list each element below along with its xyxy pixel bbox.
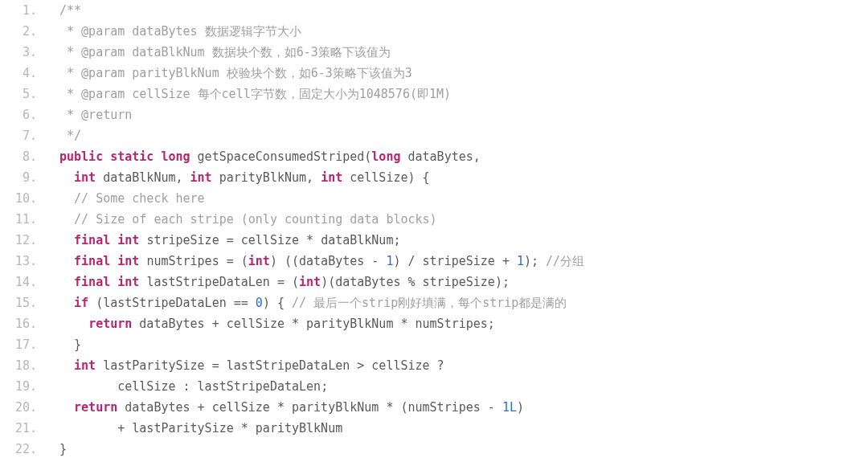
token-id: cellSize xyxy=(227,317,285,331)
token-pun xyxy=(96,170,103,185)
token-id: dataBytes xyxy=(335,275,400,289)
token-id: parityBlkNum xyxy=(219,170,306,185)
line-number: 11. xyxy=(0,209,42,230)
code-content: * @return xyxy=(42,104,132,125)
token-c: */ xyxy=(59,129,81,143)
code-line: 14. final int lastStripeDataLen = (int)(… xyxy=(0,272,868,292)
token-id: cellSize xyxy=(350,170,407,185)
code-content: return dataBytes + cellSize * parityBlkN… xyxy=(42,397,524,418)
code-line: 7. */ xyxy=(0,125,868,146)
token-pun: } xyxy=(59,442,67,456)
token-pun: ? xyxy=(430,358,444,373)
code-line: 6. * @return xyxy=(0,104,868,125)
token-id: dataBlkNum xyxy=(103,170,175,185)
token-c: //分组 xyxy=(546,254,584,268)
token-pun: * xyxy=(393,317,415,331)
line-number: 5. xyxy=(0,84,42,104)
token-pun: ) / xyxy=(393,254,422,268)
token-c: * @param dataBytes 数据逻辑字节大小 xyxy=(59,24,301,39)
code-content: // Size of each stripe (only counting da… xyxy=(42,209,437,230)
code-content: * @param cellSize 每个cell字节数，固定大小为1048576… xyxy=(42,84,451,104)
token-pun: == xyxy=(227,296,256,310)
token-pun: * ( xyxy=(379,400,407,415)
code-line: 22.} xyxy=(0,439,868,460)
token-id: stripeSize xyxy=(423,275,495,289)
token-num: 0 xyxy=(256,296,263,310)
code-line: 16. return dataBytes + cellSize * parity… xyxy=(0,313,868,334)
token-id: cellSize xyxy=(241,233,299,247)
token-pun: } xyxy=(74,337,81,352)
token-id: lastParitySize xyxy=(103,358,204,373)
line-number: 7. xyxy=(0,125,42,146)
token-kw: final xyxy=(74,233,110,247)
line-number: 17. xyxy=(0,334,42,355)
token-pun xyxy=(110,275,117,289)
token-pun xyxy=(190,149,198,164)
token-fn: getSpaceConsumedStriped xyxy=(198,149,365,164)
token-id: cellSize xyxy=(371,358,429,373)
token-pun: ; xyxy=(321,379,328,394)
code-content: return dataBytes + cellSize * parityBlkN… xyxy=(42,313,495,334)
token-pun: * xyxy=(234,421,256,435)
token-c: /** xyxy=(59,3,81,18)
code-line: 5. * @param cellSize 每个cell字节数，固定大小为1048… xyxy=(0,84,868,104)
code-line: 12. final int stripeSize = cellSize * da… xyxy=(0,230,868,251)
token-ty: int xyxy=(321,170,342,185)
token-pun xyxy=(117,400,125,415)
code-content: } xyxy=(42,334,81,355)
token-id: stripeSize xyxy=(146,233,219,247)
line-number: 20. xyxy=(0,397,42,418)
token-id: lastStripeDataLen xyxy=(198,379,321,394)
code-line: 21. + lastParitySize * parityBlkNum xyxy=(0,418,868,439)
code-line: 2. * @param dataBytes 数据逻辑字节大小 xyxy=(0,21,868,42)
token-c: * @param parityBlkNum 校验块个数，如6-3策略下该值为3 xyxy=(59,66,412,80)
line-number: 9. xyxy=(0,167,42,188)
token-pun: = xyxy=(219,233,241,247)
code-line: 11. // Size of each stripe (only countin… xyxy=(0,209,868,230)
token-id: lastStripeDataLen xyxy=(103,296,227,310)
token-kw: if xyxy=(74,296,88,310)
token-kw: final xyxy=(74,254,110,268)
code-content: final int numStripes = (int) ((dataBytes… xyxy=(42,251,584,272)
token-kw: return xyxy=(74,400,117,415)
code-line: 19. cellSize : lastStripeDataLen; xyxy=(0,376,868,397)
token-c: * @return xyxy=(59,108,132,122)
token-ty: int xyxy=(74,358,96,373)
token-pun xyxy=(96,358,103,373)
token-pun: + xyxy=(190,400,212,415)
token-ty: int xyxy=(299,275,321,289)
token-kw: static xyxy=(110,149,154,164)
code-content: int dataBlkNum, int parityBlkNum, int ce… xyxy=(42,167,430,188)
line-number: 8. xyxy=(0,146,42,167)
token-pun: + xyxy=(495,254,517,268)
token-id: dataBytes xyxy=(139,317,204,331)
line-number: 1. xyxy=(0,0,42,21)
token-pun xyxy=(132,317,139,331)
code-content: // Some check here xyxy=(42,188,205,209)
token-kw: final xyxy=(74,275,110,289)
code-content: } xyxy=(42,439,67,460)
token-pun: ( xyxy=(364,149,371,164)
token-pun xyxy=(103,149,110,164)
token-pun: = xyxy=(205,358,227,373)
token-pun: )( xyxy=(321,275,335,289)
token-pun: % xyxy=(400,275,422,289)
code-content: * @param dataBlkNum 数据块个数，如6-3策略下该值为 xyxy=(42,42,391,63)
token-id: cellSize xyxy=(212,400,270,415)
code-line: 4. * @param parityBlkNum 校验块个数，如6-3策略下该值… xyxy=(0,63,868,84)
line-number: 21. xyxy=(0,418,42,439)
token-pun: , xyxy=(176,170,190,185)
token-pun xyxy=(212,170,219,185)
token-c: * @param dataBlkNum 数据块个数，如6-3策略下该值为 xyxy=(59,45,391,59)
token-ty: int xyxy=(117,233,139,247)
token-pun: , xyxy=(306,170,321,185)
code-content: cellSize : lastStripeDataLen; xyxy=(42,376,328,397)
token-id: dataBytes xyxy=(125,400,190,415)
token-id: lastParitySize xyxy=(132,421,233,435)
token-id: numStripes xyxy=(146,254,219,268)
token-pun: ; xyxy=(488,317,495,331)
token-pun xyxy=(110,254,117,268)
token-pun: ; xyxy=(393,233,400,247)
code-content: /** xyxy=(42,0,81,21)
token-id: lastStripeDataLen xyxy=(227,358,350,373)
